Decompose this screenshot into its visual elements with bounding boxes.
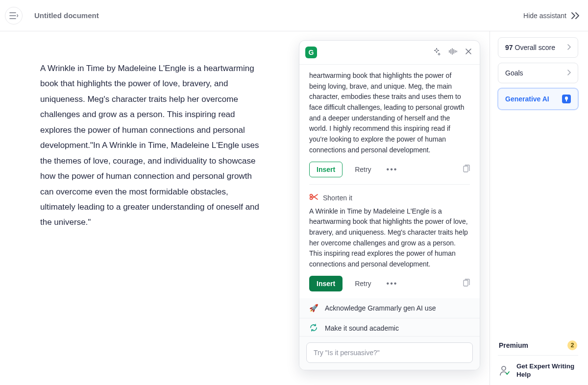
assistant-pane: G heartwarming book that highlights the … — [292, 31, 490, 385]
goals-label: Goals — [505, 69, 523, 77]
expert-help-row[interactable]: Get Expert Writing Help — [498, 355, 578, 379]
more-actions-icon[interactable]: ••• — [384, 162, 401, 177]
svg-point-8 — [502, 366, 506, 370]
option-acknowledge[interactable]: 🚀 Acknowledge Grammarly gen AI use — [299, 298, 480, 318]
assistant-panel: G heartwarming book that highlights the … — [299, 40, 480, 370]
prompt-input[interactable] — [306, 342, 473, 363]
shorten-icon — [309, 193, 318, 202]
retry-button[interactable]: Retry — [347, 276, 378, 291]
document-body-text: A Wrinkle in Time by Madeleine L'Engle i… — [40, 64, 259, 227]
insert-button[interactable]: Insert — [309, 276, 343, 291]
option-label: Make it sound academic — [325, 324, 399, 332]
score-label: Overall score — [515, 44, 555, 51]
premium-count-badge: 2 — [567, 340, 577, 350]
panel-header: G — [299, 41, 480, 65]
hide-assistant-button[interactable]: Hide assistant — [523, 12, 580, 20]
suggestion-text: A Wrinkle in Time by Madeleine L'Engle i… — [309, 206, 470, 270]
document-title[interactable]: Untitled document — [34, 11, 99, 20]
retry-button[interactable]: Retry — [347, 162, 378, 177]
score-text: 97Overall score — [505, 44, 555, 51]
generative-ai-card[interactable]: Generative AI — [498, 88, 578, 110]
hide-assistant-label: Hide assistant — [523, 12, 566, 20]
refresh-icon — [309, 324, 318, 333]
menu-button[interactable] — [5, 7, 23, 24]
svg-rect-0 — [464, 166, 468, 172]
editor-pane[interactable]: A Wrinkle in Time by Madeleine L'Engle i… — [0, 31, 292, 385]
genai-label: Generative AI — [505, 95, 549, 103]
option-label: Acknowledge Grammarly gen AI use — [325, 304, 436, 312]
main-area: A Wrinkle in Time by Madeleine L'Engle i… — [0, 31, 588, 385]
suggestion-block-2: Shorten it A Wrinkle in Time by Madelein… — [299, 190, 480, 293]
suggestion-title-label: Shorten it — [323, 194, 352, 202]
sparkle-icon[interactable] — [431, 46, 442, 59]
app-header: Untitled document Hide assistant — [0, 0, 588, 31]
close-icon[interactable] — [463, 46, 474, 59]
premium-label: Premium — [499, 341, 528, 349]
panel-body: heartwarming book that highlights the po… — [299, 65, 480, 336]
chevron-right-icon — [567, 69, 571, 77]
expert-label: Get Expert Writing Help — [516, 362, 577, 379]
panel-footer — [299, 336, 480, 370]
svg-rect-3 — [464, 280, 468, 286]
overall-score-card[interactable]: 97Overall score — [498, 37, 578, 58]
copy-icon[interactable] — [463, 279, 470, 289]
premium-row[interactable]: Premium 2 — [498, 336, 578, 355]
grammarly-logo: G — [305, 47, 317, 58]
suggestion-actions: Insert Retry ••• — [309, 276, 470, 291]
rocket-icon: 🚀 — [309, 304, 318, 313]
menu-icon — [9, 12, 18, 19]
copy-icon[interactable] — [463, 165, 470, 174]
suggestion-block-1: heartwarming book that highlights the po… — [299, 67, 480, 179]
goals-card[interactable]: Goals — [498, 63, 578, 83]
suggestion-text: heartwarming book that highlights the po… — [309, 71, 470, 156]
score-number: 97 — [505, 44, 513, 51]
sidebar: 97Overall score Goals Generative AI Prem… — [490, 31, 588, 385]
chevrons-right-icon — [570, 12, 580, 20]
genai-badge-icon — [562, 95, 571, 103]
quick-options: 🚀 Acknowledge Grammarly gen AI use Make … — [299, 298, 480, 336]
more-actions-icon[interactable]: ••• — [384, 276, 401, 291]
option-academic[interactable]: Make it sound academic — [299, 318, 480, 336]
suggestion-title: Shorten it — [309, 193, 470, 202]
divider — [309, 184, 470, 185]
expert-icon — [499, 365, 511, 377]
suggestion-actions: Insert Retry ••• — [309, 162, 470, 177]
svg-rect-7 — [566, 100, 567, 101]
insert-button[interactable]: Insert — [309, 162, 343, 177]
chevron-right-icon — [567, 44, 571, 51]
voice-icon[interactable] — [446, 46, 459, 59]
